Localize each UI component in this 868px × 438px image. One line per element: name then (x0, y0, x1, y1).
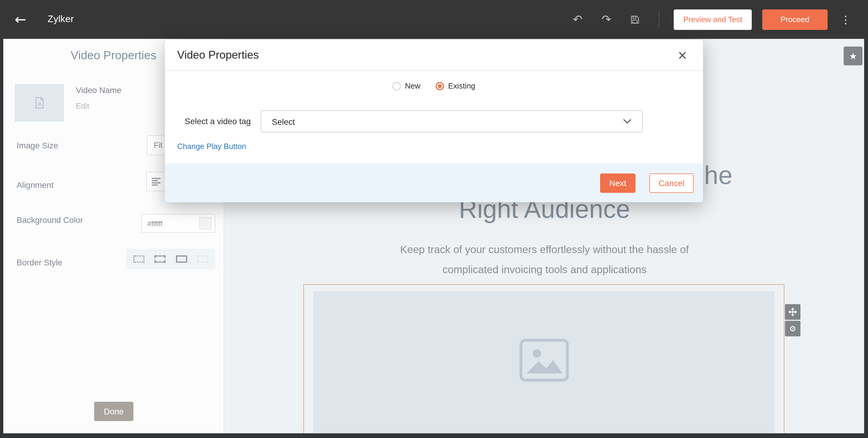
radio-option-existing[interactable]: Existing (436, 81, 475, 90)
radio-existing-label: Existing (448, 81, 475, 90)
save-button[interactable] (627, 11, 644, 28)
chevron-down-icon (623, 118, 632, 124)
close-icon: × (677, 48, 687, 62)
toolbar-divider (659, 11, 660, 28)
radio-option-new[interactable]: New (393, 81, 421, 90)
preview-and-test-button[interactable]: Preview and Test (674, 9, 752, 30)
video-properties-dialog: Video Properties × New Existing Select a… (165, 40, 703, 202)
change-play-button-link[interactable]: Change Play Button (177, 142, 246, 151)
dialog-header: Video Properties × (165, 40, 703, 71)
undo-icon: ↶ (573, 13, 583, 26)
dialog-footer: Next Cancel (165, 163, 703, 202)
topbar: ← Zylker ↶ ↷ Preview and Test Proceed ⋮ (0, 0, 868, 39)
app-window: ← Zylker ↶ ↷ Preview and Test Proceed ⋮ (0, 0, 868, 438)
save-icon (630, 13, 640, 25)
close-dialog-button[interactable]: × (674, 49, 691, 62)
more-options-button[interactable]: ⋮ (837, 13, 851, 26)
radio-existing-circle (436, 82, 444, 90)
back-arrow-icon: ← (14, 11, 26, 28)
dialog-title: Video Properties (177, 49, 259, 62)
redo-button[interactable]: ↷ (598, 11, 615, 28)
topbar-actions: ↶ ↷ Preview and Test Proceed ⋮ (569, 9, 868, 30)
kebab-menu-icon: ⋮ (840, 13, 851, 25)
radio-new-circle (393, 82, 401, 90)
video-tag-label: Select a video tag (177, 110, 251, 133)
video-tag-dropdown[interactable]: Select (261, 110, 643, 133)
redo-icon: ↷ (602, 13, 612, 26)
video-tag-selected-value: Select (272, 117, 295, 126)
proceed-button[interactable]: Proceed (762, 9, 828, 30)
video-source-radio-group: New Existing (165, 79, 703, 92)
cancel-button[interactable]: Cancel (649, 173, 693, 193)
next-button[interactable]: Next (600, 173, 636, 193)
page-title: Zylker (48, 14, 74, 25)
back-button[interactable]: ← (8, 11, 33, 28)
radio-new-label: New (405, 81, 421, 90)
undo-button[interactable]: ↶ (569, 11, 586, 28)
